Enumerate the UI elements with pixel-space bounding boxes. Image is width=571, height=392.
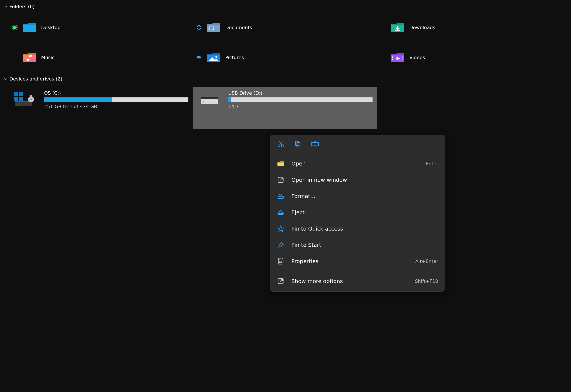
svg-rect-13: [392, 59, 393, 60]
drive-name: OS (C:): [44, 90, 188, 96]
menu-item-pin-start[interactable]: Pin to Start: [270, 237, 445, 253]
svg-rect-6: [210, 29, 212, 29]
menu-label: Properties: [291, 258, 409, 264]
menu-label: Pin to Quick access: [291, 226, 432, 232]
svg-rect-7: [395, 30, 400, 31]
svg-rect-16: [402, 59, 403, 60]
drive-name: USB Drive (D:): [228, 90, 372, 96]
new-window-icon: [276, 176, 285, 184]
folders-grid: Desktop Documents Downloads Music Pi: [0, 13, 571, 72]
svg-rect-23: [19, 97, 23, 101]
drive-item-usb-d[interactable]: USB Drive (D:) 14.7: [193, 87, 377, 129]
svg-rect-48: [281, 262, 282, 263]
svg-point-19: [16, 104, 17, 105]
svg-point-45: [279, 261, 280, 262]
folder-label: Downloads: [409, 25, 435, 30]
folder-label: Videos: [409, 55, 425, 60]
svg-rect-46: [281, 261, 282, 262]
svg-rect-2: [25, 27, 34, 28]
svg-rect-12: [392, 57, 393, 58]
menu-label: Format...: [291, 193, 432, 199]
synced-icon: [12, 25, 18, 30]
menu-label: Open in new window: [291, 177, 432, 183]
svg-point-26: [30, 99, 32, 100]
drive-free-text: 251 GB free of 474 GB: [44, 104, 188, 109]
menu-item-open[interactable]: Open Enter: [270, 155, 445, 172]
copy-icon[interactable]: [294, 140, 302, 148]
sync-icon: [196, 25, 202, 30]
drive-free-text: 14.7: [228, 104, 372, 109]
svg-rect-28: [201, 97, 218, 99]
folders-title: Folders (6): [9, 4, 35, 9]
rename-icon[interactable]: [311, 140, 319, 148]
cloud-icon: [196, 56, 202, 59]
desktop-folder-icon: [23, 21, 36, 34]
music-folder-icon: [23, 51, 36, 64]
context-menu-toolbar: [270, 135, 445, 153]
svg-rect-11: [392, 56, 393, 56]
svg-rect-22: [14, 97, 18, 101]
drives-grid: OS (C:) 251 GB free of 474 GB USB Drive …: [0, 85, 571, 129]
folder-item-desktop[interactable]: Desktop: [9, 17, 193, 38]
folder-item-videos[interactable]: Videos: [377, 47, 561, 68]
svg-rect-32: [296, 141, 299, 146]
folder-label: Desktop: [41, 25, 61, 30]
menu-shortcut: Shift+F10: [415, 279, 438, 284]
drive-item-os-c[interactable]: OS (C:) 251 GB free of 474 GB: [9, 87, 193, 129]
pictures-folder-icon: [207, 51, 221, 64]
drive-usage-fill: [228, 98, 231, 102]
svg-point-10: [215, 56, 217, 58]
context-menu-items: Open Enter Open in new window Format... …: [270, 153, 445, 291]
menu-item-properties[interactable]: Properties Alt+Enter: [270, 253, 445, 269]
svg-rect-20: [14, 92, 18, 96]
menu-item-pin-quick-access[interactable]: Pin to Quick access: [270, 221, 445, 237]
svg-rect-40: [278, 214, 283, 215]
cut-icon[interactable]: [276, 140, 285, 148]
more-options-icon: [276, 277, 285, 285]
menu-item-open-new-window[interactable]: Open in new window: [270, 172, 445, 188]
usb-drive-icon: [196, 90, 224, 110]
svg-rect-21: [19, 92, 23, 96]
menu-label: Pin to Start: [291, 242, 432, 248]
chevron-down-icon: [4, 5, 7, 8]
section-header-drives[interactable]: Devices and drives (2): [0, 72, 571, 85]
menu-item-show-more[interactable]: Show more options Shift+F10: [270, 273, 445, 289]
videos-folder-icon: [391, 51, 405, 64]
menu-shortcut: Enter: [426, 161, 438, 166]
os-drive-icon: [12, 90, 39, 110]
eject-icon: [276, 208, 285, 217]
svg-point-47: [279, 262, 280, 263]
drive-usage-fill: [44, 98, 112, 102]
svg-rect-39: [278, 196, 284, 198]
svg-rect-44: [281, 260, 282, 260]
star-icon: [276, 224, 285, 233]
menu-label: Open: [291, 161, 419, 167]
properties-icon: [276, 257, 285, 266]
folder-label: Documents: [225, 25, 252, 30]
menu-label: Eject: [291, 209, 432, 216]
svg-rect-14: [402, 56, 403, 56]
menu-item-format[interactable]: Format...: [270, 188, 445, 204]
section-header-folders[interactable]: Folders (6): [0, 0, 571, 13]
menu-label: Show more options: [291, 278, 409, 284]
format-icon: [276, 192, 285, 200]
svg-line-41: [278, 246, 280, 248]
drives-title: Devices and drives (2): [9, 76, 62, 82]
context-menu: Open Enter Open in new window Format... …: [270, 135, 445, 292]
folder-label: Pictures: [225, 55, 244, 60]
folder-item-pictures[interactable]: Pictures: [193, 47, 377, 68]
menu-item-eject[interactable]: Eject: [270, 204, 445, 221]
downloads-folder-icon: [391, 21, 405, 34]
drive-usage-bar: [44, 98, 188, 102]
folder-item-music[interactable]: Music: [9, 47, 193, 68]
svg-point-43: [279, 259, 280, 260]
documents-folder-icon: [207, 21, 221, 34]
folder-item-downloads[interactable]: Downloads: [377, 17, 561, 38]
menu-shortcut: Alt+Enter: [415, 259, 438, 264]
svg-rect-4: [210, 28, 213, 28]
svg-rect-5: [210, 28, 213, 29]
folder-item-documents[interactable]: Documents: [193, 17, 377, 38]
svg-rect-15: [402, 57, 403, 58]
pin-icon: [276, 241, 285, 249]
drive-usage-bar: [228, 98, 372, 102]
